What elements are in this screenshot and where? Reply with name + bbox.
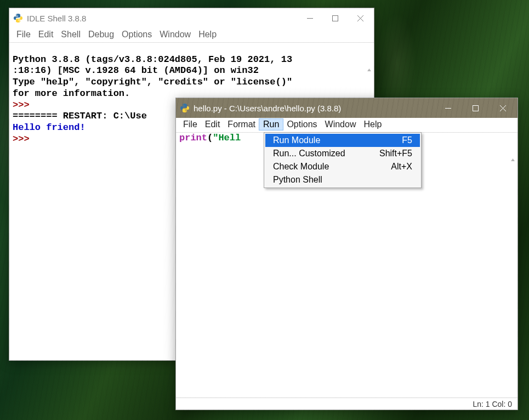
svg-rect-0 [332, 15, 338, 21]
menu-window[interactable]: Window [156, 29, 195, 40]
code-paren: ( [207, 133, 213, 143]
menu-run-module[interactable]: Run Module F5 [265, 134, 420, 147]
menu-python-shell[interactable]: Python Shell [265, 173, 420, 186]
maximize-button[interactable] [322, 8, 348, 28]
shell-banner-line: :18:16) [MSC v.1928 64 bit (AMD64)] on w… [13, 65, 259, 76]
menu-run-customized[interactable]: Run... Customized Shift+F5 [265, 147, 420, 160]
maximize-button[interactable] [462, 98, 489, 118]
idle-editor-window: hello.py - C:\Users\andre\hello.py (3.8.… [175, 98, 518, 410]
menu-help[interactable]: Help [195, 29, 220, 40]
shell-prompt: >>> [13, 134, 35, 144]
shell-banner-line: Python 3.8.8 (tags/v3.8.8:024d805, Feb 1… [13, 54, 292, 65]
menu-shell[interactable]: Shell [57, 29, 84, 40]
shell-banner-line: for more information. [13, 88, 130, 99]
dd-label: Check Module [273, 162, 391, 172]
python-icon [14, 14, 22, 22]
menu-run[interactable]: Run [259, 119, 283, 130]
menu-file[interactable]: File [13, 29, 35, 40]
run-menu-dropdown: Run Module F5 Run... Customized Shift+F5… [264, 132, 422, 188]
dd-accel: F5 [402, 135, 412, 145]
shell-program-output: Hello friend! [13, 122, 86, 133]
editor-window-controls [434, 98, 516, 118]
shell-window-controls [297, 8, 373, 28]
menu-window[interactable]: Window [321, 119, 360, 130]
shell-prompt: >>> [13, 100, 35, 110]
menu-options[interactable]: Options [283, 119, 321, 130]
dd-label: Run Module [273, 135, 402, 145]
menu-help[interactable]: Help [360, 119, 385, 130]
dd-label: Run... Customized [273, 149, 379, 158]
editor-title: hello.py - C:\Users\andre\hello.py (3.8.… [194, 104, 434, 113]
code-string: "Hell [213, 133, 241, 143]
python-icon [180, 104, 189, 112]
close-button[interactable] [348, 8, 373, 28]
shell-banner-line: Type "help", "copyright", "credits" or "… [13, 77, 292, 87]
minimize-button[interactable] [297, 8, 322, 28]
dd-accel: Shift+F5 [379, 149, 412, 158]
code-keyword: print [179, 133, 207, 143]
shell-menubar: File Edit Shell Debug Options Window Hel… [9, 28, 374, 42]
svg-rect-1 [473, 105, 478, 111]
menu-edit[interactable]: Edit [35, 29, 58, 40]
menu-options[interactable]: Options [118, 29, 156, 40]
shell-restart-line: ======== RESTART: C:\Use [13, 111, 147, 121]
minimize-button[interactable] [434, 98, 462, 118]
shell-titlebar[interactable]: IDLE Shell 3.8.8 [9, 8, 374, 28]
dd-label: Python Shell [273, 175, 412, 185]
scroll-up-icon[interactable] [508, 155, 517, 164]
menu-file[interactable]: File [179, 119, 201, 130]
cursor-position: Ln: 1 Col: 0 [473, 400, 512, 408]
menu-debug[interactable]: Debug [84, 29, 118, 40]
menu-format[interactable]: Format [224, 119, 259, 130]
scroll-up-icon[interactable] [365, 65, 374, 75]
menu-check-module[interactable]: Check Module Alt+X [265, 160, 420, 173]
close-button[interactable] [489, 98, 516, 118]
editor-statusbar: Ln: 1 Col: 0 [176, 398, 517, 410]
dd-accel: Alt+X [391, 162, 412, 172]
editor-vertical-scrollbar[interactable] [508, 133, 517, 398]
editor-titlebar[interactable]: hello.py - C:\Users\andre\hello.py (3.8.… [176, 98, 517, 118]
menu-edit[interactable]: Edit [201, 119, 224, 130]
shell-title: IDLE Shell 3.8.8 [27, 14, 297, 23]
editor-menubar: File Edit Format Run Options Window Help… [176, 118, 517, 132]
